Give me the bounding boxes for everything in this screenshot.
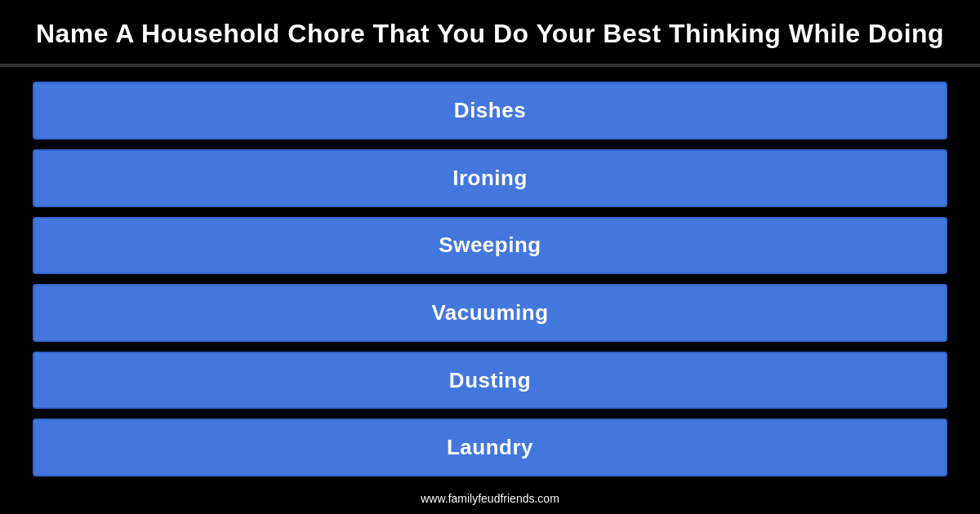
footer: www.familyfeudfriends.com xyxy=(0,485,980,514)
answer-text-3: Sweeping xyxy=(439,233,541,258)
answer-row-5[interactable]: Dusting xyxy=(33,352,947,410)
answer-text-1: Dishes xyxy=(454,98,526,123)
header: Name A Household Chore That You Do Your … xyxy=(0,0,980,64)
answer-text-6: Laundry xyxy=(447,435,533,460)
answer-text-5: Dusting xyxy=(449,368,531,393)
answer-text-4: Vacuuming xyxy=(431,300,548,326)
answer-row-2[interactable]: Ironing xyxy=(33,149,947,207)
answer-row-6[interactable]: Laundry xyxy=(33,419,947,476)
page-title: Name A Household Chore That You Do Your … xyxy=(24,18,956,49)
answer-row-1[interactable]: Dishes xyxy=(33,82,947,140)
answer-row-3[interactable]: Sweeping xyxy=(33,217,947,275)
page-wrapper: Name A Household Chore That You Do Your … xyxy=(0,0,980,514)
answers-container: Dishes Ironing Sweeping Vacuuming Dustin… xyxy=(0,67,980,485)
answer-text-2: Ironing xyxy=(452,166,528,191)
answer-row-4[interactable]: Vacuuming xyxy=(33,284,947,342)
footer-url: www.familyfeudfriends.com xyxy=(421,492,559,505)
